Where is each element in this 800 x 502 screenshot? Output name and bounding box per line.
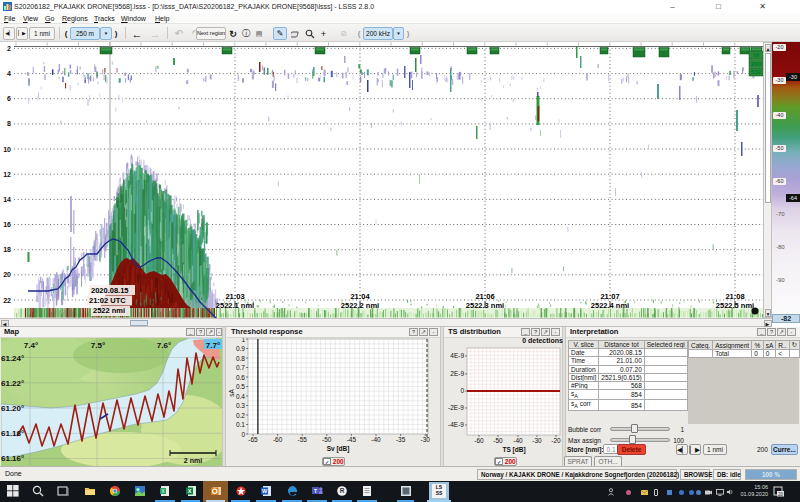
svg-text:7.6°: 7.6° — [157, 341, 171, 350]
svg-text:7.4°: 7.4° — [24, 341, 38, 350]
svg-text:20: 20 — [778, 492, 784, 497]
svg-text:10: 10 — [3, 146, 11, 153]
svg-text:-55: -55 — [297, 436, 307, 443]
svg-text:-30: -30 — [532, 437, 542, 444]
svg-text:0.9: 0.9 — [236, 345, 245, 352]
svg-text:0.8: 0.8 — [236, 355, 245, 362]
svg-text:8: 8 — [7, 120, 11, 127]
svg-text:2E-9: 2E-9 — [450, 370, 464, 377]
svg-text:-45: -45 — [347, 436, 357, 443]
svg-text:61.22°: 61.22° — [1, 379, 24, 388]
svg-text:2522 nmi: 2522 nmi — [93, 306, 125, 315]
svg-text:7.7°: 7.7° — [206, 341, 220, 350]
svg-text:0: 0 — [241, 431, 245, 438]
svg-text:6: 6 — [7, 95, 11, 102]
svg-text:200: 200 — [751, 61, 762, 67]
svg-text:-40: -40 — [513, 437, 523, 444]
svg-text:0.5: 0.5 — [236, 383, 245, 390]
svg-text:-50: -50 — [322, 436, 332, 443]
svg-text:61.20°: 61.20° — [1, 404, 24, 413]
svg-text:61.16°: 61.16° — [1, 454, 24, 463]
svg-text:61.18°: 61.18° — [1, 429, 24, 438]
svg-text:-20: -20 — [551, 437, 561, 444]
svg-text:0.2: 0.2 — [236, 412, 245, 419]
svg-text:1: 1 — [241, 338, 245, 343]
svg-text:2020.08.15: 2020.08.15 — [91, 286, 129, 295]
svg-text:-30: -30 — [420, 436, 430, 443]
svg-text:sA: sA — [228, 389, 235, 397]
svg-text:61.24°: 61.24° — [1, 354, 24, 363]
svg-text:TS [dB]: TS [dB] — [502, 446, 525, 454]
svg-text:532: 532 — [751, 69, 762, 75]
svg-text:12: 12 — [3, 171, 11, 178]
svg-text:0.4: 0.4 — [236, 393, 245, 400]
svg-text:T: T — [314, 488, 317, 494]
svg-text:0: 0 — [460, 387, 464, 394]
svg-text:2 nmi: 2 nmi — [184, 457, 202, 464]
svg-text:16: 16 — [3, 221, 11, 228]
svg-text:X: X — [188, 488, 192, 494]
svg-text:W: W — [262, 488, 268, 494]
svg-text:22: 22 — [3, 297, 11, 304]
svg-text:-60: -60 — [474, 437, 484, 444]
svg-text:2: 2 — [7, 45, 11, 52]
svg-text:4: 4 — [7, 70, 11, 77]
svg-text:0.3: 0.3 — [236, 402, 245, 409]
svg-text:21:02 UTC: 21:02 UTC — [89, 296, 126, 305]
svg-text:Sv [dB]: Sv [dB] — [327, 445, 350, 453]
svg-text:-65: -65 — [248, 436, 258, 443]
svg-text:7.5°: 7.5° — [91, 341, 105, 350]
svg-text:14: 14 — [3, 196, 11, 203]
svg-text:-60: -60 — [273, 436, 283, 443]
svg-text:0 detections: 0 detections — [522, 338, 563, 344]
svg-text:20: 20 — [3, 271, 11, 278]
svg-text:0.7: 0.7 — [236, 364, 245, 371]
svg-text:-35: -35 — [396, 436, 406, 443]
svg-text:-2E-9: -2E-9 — [448, 404, 464, 411]
svg-text:-50: -50 — [493, 437, 503, 444]
svg-text:0.6: 0.6 — [236, 374, 245, 381]
svg-text:-4E-9: -4E-9 — [448, 421, 464, 428]
svg-text:4E-9: 4E-9 — [450, 352, 464, 359]
svg-text:-40: -40 — [371, 436, 381, 443]
svg-text:16: 16 — [753, 52, 760, 58]
svg-text:0.1: 0.1 — [236, 421, 245, 428]
svg-text:18: 18 — [3, 246, 11, 253]
svg-text:R: R — [340, 487, 345, 494]
